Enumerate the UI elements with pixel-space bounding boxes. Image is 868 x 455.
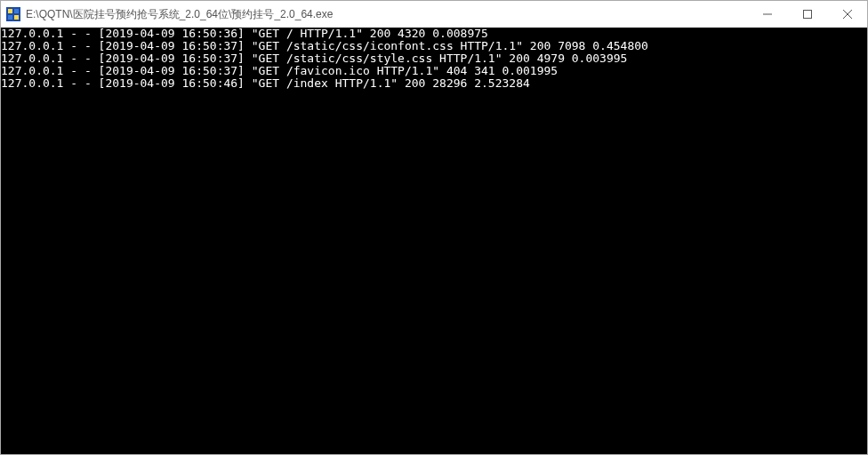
- minimize-button[interactable]: [747, 1, 787, 28]
- window-title: E:\QQTN\医院挂号预约抢号系统_2.0_64位\预约挂号_2.0_64.e…: [26, 7, 747, 22]
- console-output[interactable]: 127.0.0.1 - - [2019-04-09 16:50:36] "GET…: [1, 28, 867, 454]
- log-line: 127.0.0.1 - - [2019-04-09 16:50:46] "GET…: [1, 77, 867, 90]
- svg-rect-6: [803, 11, 811, 19]
- log-line: 127.0.0.1 - - [2019-04-09 16:50:37] "GET…: [1, 52, 867, 65]
- app-icon: [6, 7, 20, 21]
- titlebar[interactable]: E:\QQTN\医院挂号预约抢号系统_2.0_64位\预约挂号_2.0_64.e…: [1, 1, 867, 28]
- svg-rect-2: [14, 9, 19, 13]
- svg-rect-3: [8, 15, 12, 20]
- log-line: 127.0.0.1 - - [2019-04-09 16:50:37] "GET…: [1, 40, 867, 52]
- window-controls: [747, 1, 867, 28]
- svg-rect-4: [14, 15, 19, 20]
- maximize-button[interactable]: [787, 1, 827, 28]
- log-line: 127.0.0.1 - - [2019-04-09 16:50:36] "GET…: [1, 28, 867, 40]
- close-button[interactable]: [827, 1, 867, 28]
- log-line: 127.0.0.1 - - [2019-04-09 16:50:37] "GET…: [1, 65, 867, 77]
- app-window: E:\QQTN\医院挂号预约抢号系统_2.0_64位\预约挂号_2.0_64.e…: [0, 0, 868, 455]
- svg-rect-1: [8, 9, 12, 13]
